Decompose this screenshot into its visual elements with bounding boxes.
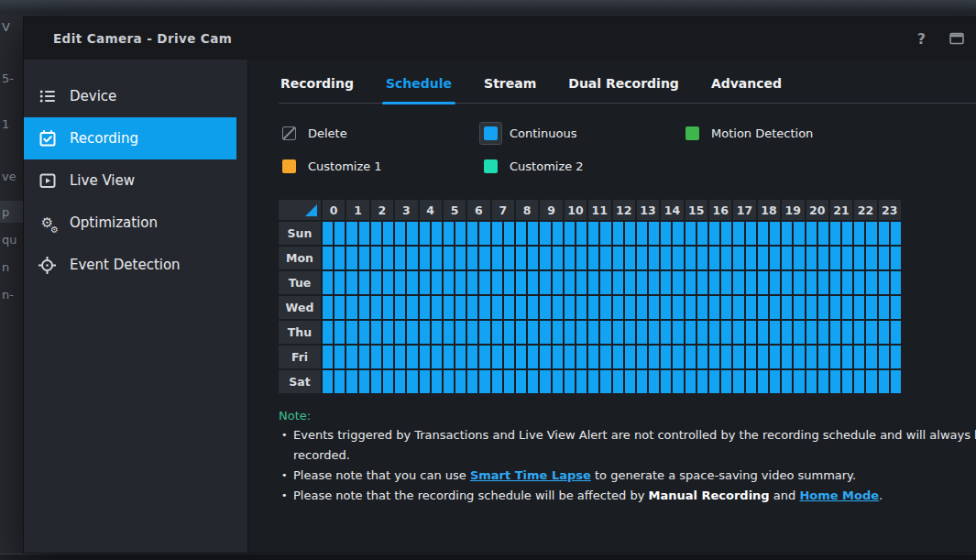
sidebar-item-event-detection[interactable]: Event Detection bbox=[24, 244, 236, 286]
tab-recording[interactable]: Recording bbox=[279, 76, 356, 103]
schedule-cell[interactable] bbox=[782, 222, 792, 245]
schedule-cell[interactable] bbox=[371, 321, 381, 344]
schedule-cell[interactable] bbox=[346, 370, 356, 393]
schedule-cell[interactable] bbox=[879, 346, 889, 368]
hour-header-21[interactable]: 21 bbox=[830, 200, 852, 220]
schedule-cell[interactable] bbox=[444, 370, 454, 393]
hour-header-7[interactable]: 7 bbox=[492, 200, 514, 220]
hour-header-10[interactable]: 10 bbox=[565, 200, 587, 220]
schedule-cell[interactable] bbox=[842, 296, 852, 319]
schedule-cell[interactable] bbox=[673, 321, 683, 344]
schedule-cell[interactable] bbox=[879, 247, 889, 269]
schedule-cell[interactable] bbox=[661, 222, 671, 245]
legend-item-delete[interactable]: Delete bbox=[279, 123, 480, 144]
day-label-fri[interactable]: Fri bbox=[279, 346, 321, 368]
schedule-cell[interactable] bbox=[625, 222, 635, 245]
schedule-cell[interactable] bbox=[721, 370, 731, 393]
schedule-cell[interactable] bbox=[600, 271, 610, 294]
schedule-cell[interactable] bbox=[721, 247, 731, 269]
schedule-cell[interactable] bbox=[637, 346, 647, 368]
schedule-cell[interactable] bbox=[420, 370, 430, 393]
schedule-cell[interactable] bbox=[770, 222, 780, 245]
sidebar-item-recording[interactable]: Recording bbox=[24, 117, 236, 159]
schedule-cell[interactable] bbox=[879, 321, 889, 344]
schedule-cell[interactable] bbox=[395, 346, 405, 368]
schedule-cell[interactable] bbox=[879, 222, 889, 245]
schedule-cell[interactable] bbox=[383, 222, 393, 245]
hour-header-0[interactable]: 0 bbox=[323, 200, 345, 220]
day-label-sun[interactable]: Sun bbox=[279, 222, 321, 245]
schedule-cell[interactable] bbox=[479, 346, 489, 368]
schedule-cell[interactable] bbox=[492, 271, 502, 294]
schedule-cell[interactable] bbox=[492, 296, 502, 319]
schedule-cell[interactable] bbox=[794, 321, 804, 344]
schedule-cell[interactable] bbox=[346, 222, 356, 245]
schedule-cell[interactable] bbox=[528, 346, 538, 368]
legend-item-customize-2[interactable]: Customize 2 bbox=[480, 156, 682, 177]
schedule-cell[interactable] bbox=[407, 296, 417, 319]
schedule-cell[interactable] bbox=[794, 271, 804, 294]
schedule-cell[interactable] bbox=[637, 296, 647, 319]
schedule-cell[interactable] bbox=[818, 296, 828, 319]
schedule-cell[interactable] bbox=[576, 370, 587, 393]
schedule-cell[interactable] bbox=[588, 346, 598, 368]
schedule-cell[interactable] bbox=[770, 296, 780, 319]
schedule-cell[interactable] bbox=[818, 346, 828, 368]
schedule-cell[interactable] bbox=[806, 321, 817, 344]
schedule-cell[interactable] bbox=[323, 296, 333, 319]
schedule-cell[interactable] bbox=[455, 296, 466, 319]
schedule-cell[interactable] bbox=[891, 346, 901, 368]
schedule-cell[interactable] bbox=[891, 247, 901, 269]
schedule-cell[interactable] bbox=[528, 222, 538, 245]
schedule-cell[interactable] bbox=[806, 222, 817, 245]
schedule-cell[interactable] bbox=[576, 346, 587, 368]
schedule-cell[interactable] bbox=[588, 296, 598, 319]
schedule-cell[interactable] bbox=[806, 370, 817, 393]
schedule-cell[interactable] bbox=[334, 247, 345, 269]
schedule-cell[interactable] bbox=[746, 346, 756, 368]
schedule-cell[interactable] bbox=[395, 271, 405, 294]
schedule-cell[interactable] bbox=[323, 271, 333, 294]
schedule-cell[interactable] bbox=[492, 346, 502, 368]
schedule-cell[interactable] bbox=[758, 296, 768, 319]
hour-header-6[interactable]: 6 bbox=[467, 200, 489, 220]
schedule-cell[interactable] bbox=[866, 271, 876, 294]
schedule-cell[interactable] bbox=[528, 370, 538, 393]
schedule-cell[interactable] bbox=[649, 296, 659, 319]
schedule-cell[interactable] bbox=[383, 321, 393, 344]
schedule-cell[interactable] bbox=[407, 222, 417, 245]
schedule-cell[interactable] bbox=[613, 271, 623, 294]
sidebar-item-device[interactable]: Device bbox=[24, 75, 236, 117]
schedule-cell[interactable] bbox=[866, 321, 876, 344]
schedule-cell[interactable] bbox=[420, 271, 430, 294]
schedule-cell[interactable] bbox=[588, 370, 598, 393]
schedule-cell[interactable] bbox=[625, 346, 635, 368]
schedule-cell[interactable] bbox=[770, 271, 780, 294]
schedule-cell[interactable] bbox=[891, 296, 901, 319]
schedule-cell[interactable] bbox=[359, 247, 369, 269]
sidebar-item-live-view[interactable]: Live View bbox=[24, 159, 236, 202]
schedule-cell[interactable] bbox=[830, 346, 840, 368]
schedule-cell[interactable] bbox=[334, 296, 345, 319]
schedule-cell[interactable] bbox=[432, 247, 442, 269]
schedule-cell[interactable] bbox=[359, 296, 369, 319]
schedule-cell[interactable] bbox=[709, 321, 719, 344]
schedule-cell[interactable] bbox=[455, 271, 466, 294]
schedule-cell[interactable] bbox=[625, 370, 635, 393]
hour-header-20[interactable]: 20 bbox=[806, 200, 828, 220]
schedule-cell[interactable] bbox=[504, 247, 514, 269]
hour-header-16[interactable]: 16 bbox=[709, 200, 731, 220]
schedule-cell[interactable] bbox=[758, 271, 768, 294]
hour-header-2[interactable]: 2 bbox=[371, 200, 393, 220]
schedule-cell[interactable] bbox=[346, 346, 356, 368]
schedule-cell[interactable] bbox=[842, 370, 852, 393]
hour-header-4[interactable]: 4 bbox=[420, 200, 442, 220]
schedule-cell[interactable] bbox=[637, 370, 647, 393]
schedule-cell[interactable] bbox=[733, 222, 743, 245]
schedule-cell[interactable] bbox=[709, 346, 719, 368]
schedule-cell[interactable] bbox=[746, 271, 756, 294]
schedule-cell[interactable] bbox=[359, 370, 369, 393]
schedule-cell[interactable] bbox=[806, 296, 817, 319]
schedule-cell[interactable] bbox=[782, 247, 792, 269]
schedule-cell[interactable] bbox=[733, 247, 743, 269]
